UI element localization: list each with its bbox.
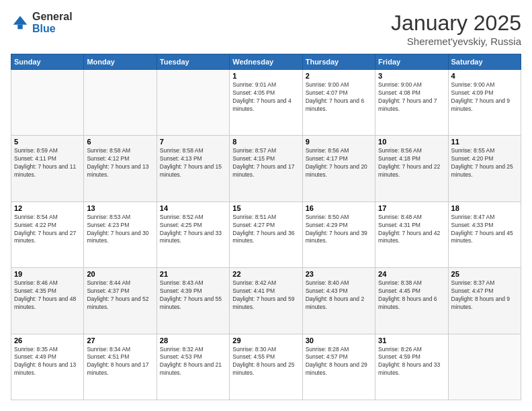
calendar-day-cell: 11Sunrise: 8:55 AMSunset: 4:20 PMDayligh… <box>448 136 521 201</box>
calendar-day-cell: 6Sunrise: 8:58 AMSunset: 4:12 PMDaylight… <box>84 136 157 201</box>
calendar-day-cell: 21Sunrise: 8:43 AMSunset: 4:39 PMDayligh… <box>157 268 229 334</box>
weekday-header: Monday <box>84 54 157 70</box>
calendar-day-cell: 27Sunrise: 8:34 AMSunset: 4:51 PMDayligh… <box>84 334 157 400</box>
day-number: 25 <box>451 270 518 278</box>
day-info: Sunrise: 9:00 AMSunset: 4:08 PMDaylight:… <box>378 81 445 113</box>
calendar-week-row: 12Sunrise: 8:54 AMSunset: 4:22 PMDayligh… <box>11 201 521 267</box>
calendar-day-cell: 23Sunrise: 8:40 AMSunset: 4:43 PMDayligh… <box>302 268 375 334</box>
day-info: Sunrise: 8:57 AMSunset: 4:15 PMDaylight:… <box>232 147 299 179</box>
day-number: 7 <box>160 138 226 146</box>
day-number: 14 <box>160 204 226 212</box>
day-number: 16 <box>306 204 372 212</box>
day-number: 8 <box>232 138 299 146</box>
calendar-day-cell: 13Sunrise: 8:53 AMSunset: 4:23 PMDayligh… <box>84 201 157 267</box>
calendar-week-row: 26Sunrise: 8:35 AMSunset: 4:49 PMDayligh… <box>11 334 521 400</box>
calendar-day-cell <box>157 70 229 136</box>
day-number: 12 <box>14 204 81 212</box>
day-number: 18 <box>451 204 518 212</box>
calendar-day-cell: 5Sunrise: 8:59 AMSunset: 4:11 PMDaylight… <box>11 136 84 201</box>
calendar-day-cell: 10Sunrise: 8:56 AMSunset: 4:18 PMDayligh… <box>375 136 448 201</box>
day-info: Sunrise: 9:00 AMSunset: 4:09 PMDaylight:… <box>451 81 518 113</box>
calendar-day-cell: 2Sunrise: 9:00 AMSunset: 4:07 PMDaylight… <box>302 70 375 136</box>
day-info: Sunrise: 8:32 AMSunset: 4:53 PMDaylight:… <box>160 346 226 378</box>
calendar-week-row: 5Sunrise: 8:59 AMSunset: 4:11 PMDaylight… <box>11 136 521 201</box>
day-number: 29 <box>232 336 299 345</box>
day-info: Sunrise: 8:51 AMSunset: 4:27 PMDaylight:… <box>232 214 299 246</box>
day-info: Sunrise: 8:26 AMSunset: 4:59 PMDaylight:… <box>378 346 445 378</box>
day-number: 1 <box>232 72 299 80</box>
calendar-day-cell: 28Sunrise: 8:32 AMSunset: 4:53 PMDayligh… <box>157 334 229 400</box>
calendar-day-cell: 20Sunrise: 8:44 AMSunset: 4:37 PMDayligh… <box>84 268 157 334</box>
calendar-day-cell: 7Sunrise: 8:58 AMSunset: 4:13 PMDaylight… <box>157 136 229 201</box>
weekday-header: Thursday <box>302 54 375 70</box>
logo-blue: Blue <box>32 23 73 35</box>
day-number: 19 <box>14 270 81 278</box>
day-number: 10 <box>378 138 445 146</box>
calendar-day-cell: 29Sunrise: 8:30 AMSunset: 4:55 PMDayligh… <box>230 334 302 400</box>
day-info: Sunrise: 8:59 AMSunset: 4:11 PMDaylight:… <box>14 147 81 179</box>
day-number: 9 <box>306 138 372 146</box>
calendar-day-cell: 16Sunrise: 8:50 AMSunset: 4:29 PMDayligh… <box>302 201 375 267</box>
day-number: 24 <box>378 270 445 278</box>
title-block: January 2025 Sheremet'yevskiy, Russia <box>391 11 521 47</box>
day-info: Sunrise: 8:30 AMSunset: 4:55 PMDaylight:… <box>232 346 299 378</box>
logo-text: General Blue <box>32 11 73 34</box>
svg-rect-1 <box>17 24 22 29</box>
day-info: Sunrise: 8:48 AMSunset: 4:31 PMDaylight:… <box>378 214 445 246</box>
weekday-header: Friday <box>375 54 448 70</box>
calendar-day-cell: 9Sunrise: 8:56 AMSunset: 4:17 PMDaylight… <box>302 136 375 201</box>
day-info: Sunrise: 8:56 AMSunset: 4:18 PMDaylight:… <box>378 147 445 179</box>
day-number: 31 <box>378 336 445 345</box>
day-info: Sunrise: 8:58 AMSunset: 4:13 PMDaylight:… <box>160 147 226 179</box>
day-number: 11 <box>451 138 518 146</box>
calendar-day-cell: 3Sunrise: 9:00 AMSunset: 4:08 PMDaylight… <box>375 70 448 136</box>
location: Sheremet'yevskiy, Russia <box>391 36 521 47</box>
calendar-day-cell <box>84 70 157 136</box>
logo: General Blue <box>11 11 73 34</box>
day-number: 21 <box>160 270 226 278</box>
day-info: Sunrise: 8:54 AMSunset: 4:22 PMDaylight:… <box>14 214 81 246</box>
weekday-header: Wednesday <box>230 54 302 70</box>
day-number: 23 <box>306 270 372 278</box>
day-number: 27 <box>87 336 153 345</box>
calendar-day-cell: 18Sunrise: 8:47 AMSunset: 4:33 PMDayligh… <box>448 201 521 267</box>
day-info: Sunrise: 8:42 AMSunset: 4:41 PMDaylight:… <box>232 279 299 312</box>
logo-icon <box>11 13 30 32</box>
month-title: January 2025 <box>391 11 521 36</box>
calendar-day-cell: 17Sunrise: 8:48 AMSunset: 4:31 PMDayligh… <box>375 201 448 267</box>
calendar-week-row: 19Sunrise: 8:46 AMSunset: 4:35 PMDayligh… <box>11 268 521 334</box>
day-info: Sunrise: 9:01 AMSunset: 4:05 PMDaylight:… <box>232 81 299 113</box>
day-info: Sunrise: 8:44 AMSunset: 4:37 PMDaylight:… <box>87 279 153 312</box>
calendar-day-cell: 8Sunrise: 8:57 AMSunset: 4:15 PMDaylight… <box>230 136 302 201</box>
day-info: Sunrise: 8:35 AMSunset: 4:49 PMDaylight:… <box>14 346 81 378</box>
day-number: 6 <box>87 138 153 146</box>
day-info: Sunrise: 8:34 AMSunset: 4:51 PMDaylight:… <box>87 346 153 378</box>
day-number: 13 <box>87 204 153 212</box>
day-number: 26 <box>14 336 81 345</box>
weekday-header: Sunday <box>11 54 84 70</box>
weekday-header: Tuesday <box>157 54 229 70</box>
day-info: Sunrise: 8:37 AMSunset: 4:47 PMDaylight:… <box>451 279 518 312</box>
day-info: Sunrise: 8:46 AMSunset: 4:35 PMDaylight:… <box>14 279 81 312</box>
day-info: Sunrise: 8:47 AMSunset: 4:33 PMDaylight:… <box>451 214 518 246</box>
day-number: 22 <box>232 270 299 278</box>
calendar-day-cell: 30Sunrise: 8:28 AMSunset: 4:57 PMDayligh… <box>302 334 375 400</box>
calendar-day-cell <box>448 334 521 400</box>
day-info: Sunrise: 9:00 AMSunset: 4:07 PMDaylight:… <box>306 81 372 113</box>
day-number: 17 <box>378 204 445 212</box>
day-number: 28 <box>160 336 226 345</box>
day-number: 20 <box>87 270 153 278</box>
svg-marker-0 <box>13 15 28 24</box>
day-info: Sunrise: 8:28 AMSunset: 4:57 PMDaylight:… <box>306 346 372 378</box>
calendar-day-cell: 12Sunrise: 8:54 AMSunset: 4:22 PMDayligh… <box>11 201 84 267</box>
calendar-day-cell: 15Sunrise: 8:51 AMSunset: 4:27 PMDayligh… <box>230 201 302 267</box>
header: General Blue January 2025 Sheremet'yevsk… <box>11 11 521 47</box>
calendar-day-cell: 1Sunrise: 9:01 AMSunset: 4:05 PMDaylight… <box>230 70 302 136</box>
day-info: Sunrise: 8:58 AMSunset: 4:12 PMDaylight:… <box>87 147 153 179</box>
day-number: 5 <box>14 138 81 146</box>
day-info: Sunrise: 8:53 AMSunset: 4:23 PMDaylight:… <box>87 214 153 246</box>
calendar: SundayMondayTuesdayWednesdayThursdayFrid… <box>11 54 521 400</box>
weekday-header: Saturday <box>448 54 521 70</box>
logo-general: General <box>32 11 73 23</box>
weekday-header-row: SundayMondayTuesdayWednesdayThursdayFrid… <box>11 54 521 70</box>
